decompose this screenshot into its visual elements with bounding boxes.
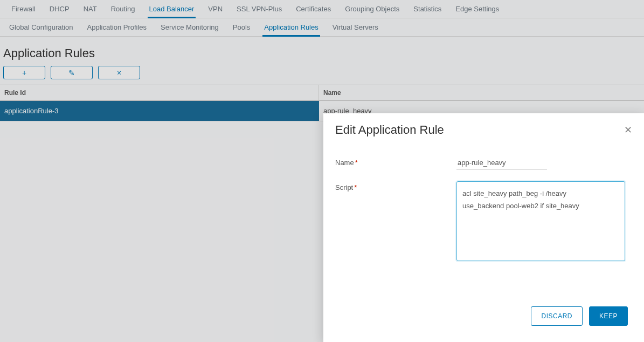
- name-label: Name*: [335, 156, 456, 169]
- modal-body: Name* Script*: [323, 137, 644, 306]
- script-label: Script*: [335, 181, 456, 261]
- required-indicator: *: [354, 183, 357, 191]
- name-field[interactable]: [456, 156, 547, 169]
- modal-header: Edit Application Rule ✕: [323, 113, 644, 137]
- discard-button[interactable]: DISCARD: [531, 306, 583, 326]
- form-row-name: Name*: [335, 156, 632, 169]
- keep-button[interactable]: KEEP: [589, 306, 628, 326]
- script-field[interactable]: [456, 181, 625, 261]
- close-icon[interactable]: ✕: [624, 125, 632, 135]
- modal-title: Edit Application Rule: [335, 123, 444, 137]
- modal-footer: DISCARD KEEP: [323, 306, 644, 342]
- edit-rule-modal: Edit Application Rule ✕ Name* Script* DI…: [323, 113, 644, 342]
- form-row-script: Script*: [335, 181, 632, 261]
- required-indicator: *: [355, 159, 358, 167]
